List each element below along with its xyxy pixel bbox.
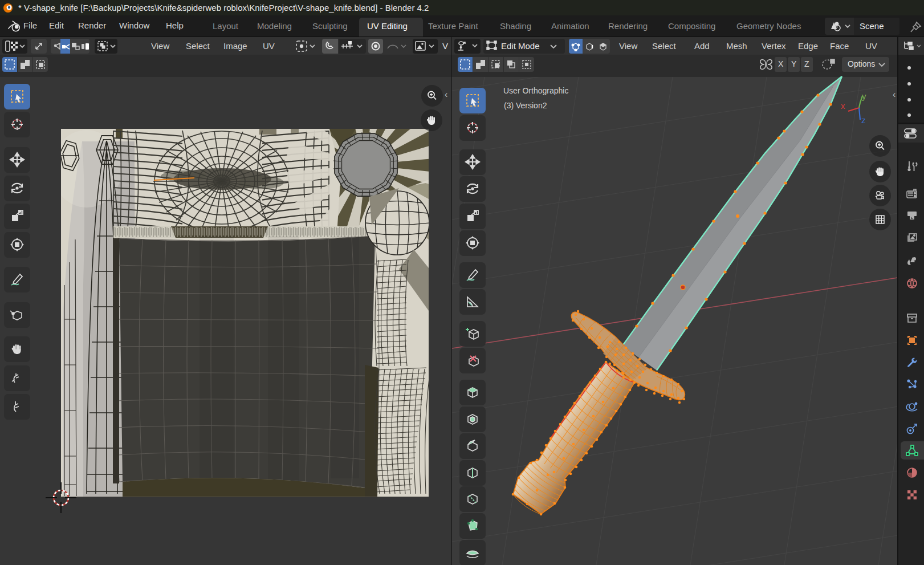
svg-text:z: z — [861, 115, 866, 125]
svg-text:x: x — [841, 101, 845, 111]
svg-text:y: y — [862, 91, 866, 101]
